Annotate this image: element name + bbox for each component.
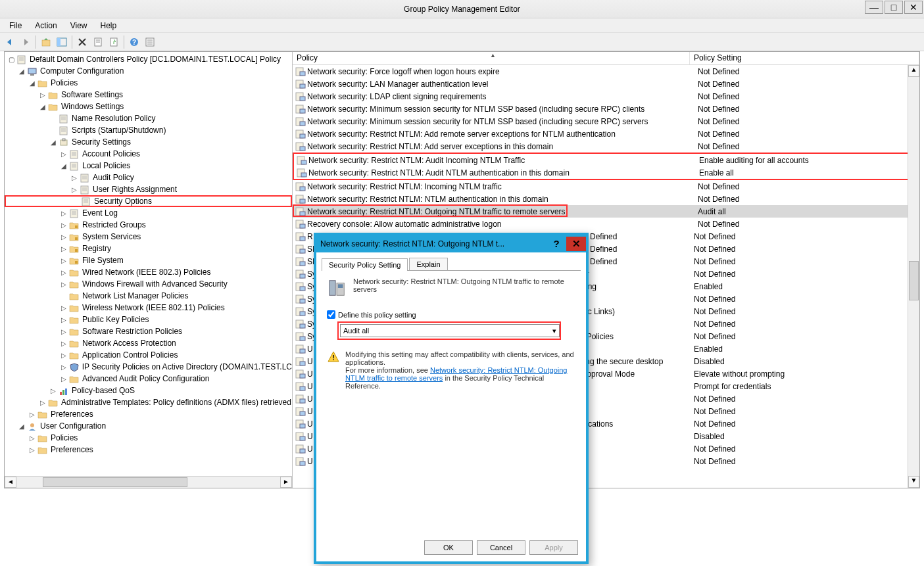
tree-toggle-icon[interactable] [72,198,80,205]
filter-button[interactable] [143,35,157,49]
tree-toggle-icon[interactable]: ◢ [39,103,47,110]
tab-security-policy-setting[interactable]: Security Policy Setting [322,258,408,271]
policy-list-row[interactable]: Network security: Minimum session securi… [293,115,919,128]
tree-toggle-icon[interactable]: ▷ [28,435,36,442]
export-button[interactable] [107,35,121,49]
tree-item[interactable]: ▷Event Log [5,207,292,219]
tree-item[interactable]: ▷Public Key Policies [5,314,292,325]
apply-button[interactable]: Apply [529,540,578,555]
tree-toggle-icon[interactable]: ▷ [39,399,47,406]
policy-value-dropdown[interactable]: Audit all ▾ [340,324,560,337]
tree-item[interactable]: ▢Default Domain Controllers Policy [DC1.… [5,53,292,65]
tree-toggle-icon[interactable]: ▷ [60,233,68,241]
tree-item[interactable]: ◢User Configuration [5,420,292,432]
scroll-down-arrow[interactable]: ▼ [908,476,919,488]
dialog-help-button[interactable]: ? [547,237,566,251]
tree-toggle-icon[interactable]: ▷ [60,245,68,252]
tree-toggle-icon[interactable] [49,127,57,134]
maximize-button[interactable]: □ [885,1,903,14]
tree-toggle-icon[interactable]: ▷ [60,222,68,229]
tree-horizontal-scrollbar[interactable]: ◄ ► [5,476,292,488]
scroll-thumb[interactable] [43,477,187,487]
menu-view[interactable]: View [64,20,94,32]
help-button[interactable]: ? [127,35,141,49]
tree-toggle-icon[interactable]: ▷ [49,387,57,394]
tree-item[interactable]: ▷Windows Firewall with Advanced Security [5,278,292,290]
tree-toggle-icon[interactable]: ▷ [60,281,68,288]
tree-item[interactable]: ▷User Rights Assignment [5,183,292,195]
policy-list-row[interactable]: Network security: Restrict NTLM: NTLM au… [293,193,919,205]
tree-item[interactable]: ▷Administrative Templates: Policy defini… [5,396,292,408]
list-vertical-scrollbar[interactable]: ▲ ▼ [908,65,919,488]
tree-item[interactable]: ◢Policies [5,77,292,89]
policy-list-row[interactable]: Network security: LDAP client signing re… [293,90,919,103]
scroll-up-arrow[interactable]: ▲ [908,65,919,77]
tree-item[interactable]: ▷Policy-based QoS [5,385,292,396]
cancel-button[interactable]: Cancel [477,540,525,555]
scroll-thumb[interactable] [909,261,919,300]
tree-item[interactable]: ◢Local Policies [5,160,292,172]
forward-button[interactable] [18,35,33,49]
policy-list-row[interactable]: Network security: Force logoff when logo… [293,65,919,78]
policy-list-row[interactable]: Recovery console: Allow automatic admini… [293,218,919,230]
show-hide-tree-button[interactable] [55,35,69,49]
dialog-titlebar[interactable]: Network security: Restrict NTLM: Outgoin… [316,235,586,252]
properties-button[interactable] [91,35,105,49]
close-button[interactable]: ✕ [904,1,923,14]
tree-item[interactable]: ▷System Services [5,231,292,243]
policy-list-row[interactable]: Network security: Restrict NTLM: Add rem… [293,128,919,140]
tree-toggle-icon[interactable]: ◢ [60,162,68,170]
menu-help[interactable]: Help [94,20,124,32]
tree-item[interactable]: ▷Account Policies [5,148,292,160]
tree-item[interactable]: Network List Manager Policies [5,290,292,302]
menu-action[interactable]: Action [28,20,63,32]
tree-toggle-icon[interactable]: ▷ [60,375,68,383]
tree-item[interactable]: ▷Software Settings [5,89,292,101]
minimize-button[interactable]: — [865,1,883,14]
tree-item[interactable]: ◢Security Settings [5,136,292,148]
tree-item[interactable]: ◢Windows Settings [5,101,292,112]
tree-item[interactable]: Scripts (Startup/Shutdown) [5,124,292,136]
tree-item[interactable]: Name Resolution Policy [5,112,292,124]
policy-list-row[interactable]: Network security: Restrict NTLM: Add ser… [293,140,919,153]
policy-list-row[interactable]: Network security: Restrict NTLM: Audit I… [294,154,918,166]
delete-button[interactable] [75,35,89,49]
tree-toggle-icon[interactable]: ▷ [60,151,68,158]
tree-toggle-icon[interactable]: ◢ [18,68,26,75]
up-button[interactable] [39,35,53,49]
tree-item[interactable]: ▷Application Control Policies [5,349,292,361]
tree-toggle-icon[interactable] [49,115,57,122]
policy-list-row[interactable]: Network security: Restrict NTLM: Audit N… [294,166,918,179]
tree-toggle-icon[interactable]: ◢ [18,423,26,430]
tree-item[interactable]: ▷Advanced Audit Policy Configuration [5,373,292,385]
tree-item[interactable]: ▷Software Restriction Policies [5,325,292,337]
policy-tree[interactable]: ▢Default Domain Controllers Policy [DC1.… [5,52,292,475]
tree-toggle-icon[interactable]: ▷ [60,304,68,312]
tree-item[interactable]: ▷IP Security Policies on Active Director… [5,361,292,373]
tree-toggle-icon[interactable]: ▷ [28,446,36,454]
tree-item[interactable]: ▷File System [5,254,292,266]
dialog-close-button[interactable]: ✕ [566,237,586,251]
ok-button[interactable]: OK [424,540,473,555]
back-button[interactable] [3,35,17,49]
policy-list-row[interactable]: Network security: Minimum session securi… [293,103,919,115]
tree-item[interactable]: ▷Wireless Network (IEEE 802.11) Policies [5,302,292,314]
policy-list-row[interactable]: Network security: Restrict NTLM: Outgoin… [293,205,919,218]
tree-item[interactable]: ▷Preferences [5,408,292,420]
tree-item[interactable]: ▷Network Access Protection [5,337,292,349]
tree-item[interactable]: ◢Computer Configuration [5,65,292,77]
tree-item[interactable]: ▷Audit Policy [5,172,292,183]
tree-item[interactable]: Security Options [5,195,292,207]
tree-toggle-icon[interactable]: ▷ [70,186,78,193]
tab-explain[interactable]: Explain [409,258,447,270]
policy-list-row[interactable]: Network security: Restrict NTLM: Incomin… [293,180,919,193]
tree-toggle-icon[interactable]: ▷ [60,269,68,276]
tree-toggle-icon[interactable]: ▷ [60,257,68,264]
tree-toggle-icon[interactable]: ▷ [70,174,78,181]
tree-toggle-icon[interactable]: ▷ [28,411,36,418]
tree-toggle-icon[interactable]: ◢ [49,139,57,146]
tree-item[interactable]: ▷Restricted Groups [5,219,292,231]
tree-toggle-icon[interactable]: ▷ [60,364,68,371]
tree-toggle-icon[interactable]: ◢ [28,80,36,87]
tree-item[interactable]: ▷Preferences [5,444,292,456]
